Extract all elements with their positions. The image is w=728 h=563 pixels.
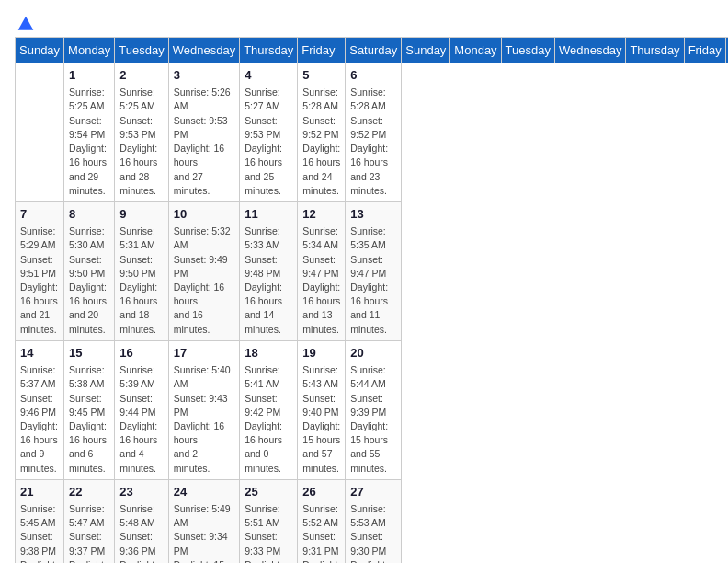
day-number: 25 bbox=[245, 484, 292, 500]
day-number: 2 bbox=[119, 67, 163, 84]
col-header-wednesday: Wednesday bbox=[555, 38, 626, 63]
calendar-cell: 13Sunrise: 5:35 AM Sunset: 9:47 PM Dayli… bbox=[346, 201, 402, 340]
day-info: Sunrise: 5:35 AM Sunset: 9:47 PM Dayligh… bbox=[350, 224, 396, 337]
day-number: 7 bbox=[20, 206, 59, 223]
calendar-cell: 18Sunrise: 5:41 AM Sunset: 9:42 PM Dayli… bbox=[240, 340, 298, 479]
logo-icon bbox=[17, 15, 35, 33]
day-info: Sunrise: 5:53 AM Sunset: 9:30 PM Dayligh… bbox=[350, 502, 396, 563]
day-number: 3 bbox=[174, 67, 234, 84]
day-info: Sunrise: 5:28 AM Sunset: 9:52 PM Dayligh… bbox=[350, 86, 396, 198]
day-number: 19 bbox=[302, 345, 340, 362]
calendar-cell: 26Sunrise: 5:52 AM Sunset: 9:31 PM Dayli… bbox=[298, 479, 346, 563]
day-info: Sunrise: 5:51 AM Sunset: 9:33 PM Dayligh… bbox=[245, 502, 292, 563]
calendar-cell: 12Sunrise: 5:34 AM Sunset: 9:47 PM Dayli… bbox=[298, 201, 346, 340]
day-info: Sunrise: 5:29 AM Sunset: 9:51 PM Dayligh… bbox=[20, 224, 59, 337]
calendar-cell: 6Sunrise: 5:28 AM Sunset: 9:52 PM Daylig… bbox=[346, 63, 402, 202]
calendar-table: SundayMondayTuesdayWednesdayThursdayFrid… bbox=[15, 37, 728, 563]
calendar-cell: 11Sunrise: 5:33 AM Sunset: 9:48 PM Dayli… bbox=[240, 201, 298, 340]
day-number: 11 bbox=[245, 206, 292, 223]
calendar-cell: 9Sunrise: 5:31 AM Sunset: 9:50 PM Daylig… bbox=[115, 201, 168, 340]
day-number: 16 bbox=[119, 345, 163, 362]
calendar-cell: 2Sunrise: 5:25 AM Sunset: 9:53 PM Daylig… bbox=[115, 63, 168, 202]
col-header-friday: Friday bbox=[684, 38, 725, 63]
col-header-thursday: Thursday bbox=[626, 38, 684, 63]
day-info: Sunrise: 5:37 AM Sunset: 9:46 PM Dayligh… bbox=[20, 363, 59, 476]
col-header-wednesday: Wednesday bbox=[168, 38, 239, 63]
calendar-cell bbox=[16, 63, 64, 202]
col-header-tuesday: Tuesday bbox=[115, 38, 168, 63]
day-number: 27 bbox=[350, 484, 396, 500]
calendar-cell: 25Sunrise: 5:51 AM Sunset: 9:33 PM Dayli… bbox=[240, 479, 298, 563]
col-header-sunday: Sunday bbox=[402, 38, 450, 63]
week-row-2: 7Sunrise: 5:29 AM Sunset: 9:51 PM Daylig… bbox=[16, 201, 729, 340]
col-header-friday: Friday bbox=[298, 38, 346, 63]
day-info: Sunrise: 5:52 AM Sunset: 9:31 PM Dayligh… bbox=[302, 502, 340, 563]
day-info: Sunrise: 5:33 AM Sunset: 9:48 PM Dayligh… bbox=[245, 224, 292, 337]
col-header-monday: Monday bbox=[64, 38, 115, 63]
calendar-cell: 1Sunrise: 5:25 AM Sunset: 9:54 PM Daylig… bbox=[64, 63, 115, 202]
calendar-cell: 3Sunrise: 5:26 AM Sunset: 9:53 PM Daylig… bbox=[168, 63, 239, 202]
calendar-cell: 21Sunrise: 5:45 AM Sunset: 9:38 PM Dayli… bbox=[16, 479, 64, 563]
calendar-cell: 17Sunrise: 5:40 AM Sunset: 9:43 PM Dayli… bbox=[168, 340, 239, 479]
col-header-thursday: Thursday bbox=[240, 38, 298, 63]
day-number: 26 bbox=[302, 484, 340, 500]
calendar-cell: 20Sunrise: 5:44 AM Sunset: 9:39 PM Dayli… bbox=[346, 340, 402, 479]
day-number: 10 bbox=[174, 206, 234, 223]
calendar-cell: 15Sunrise: 5:38 AM Sunset: 9:45 PM Dayli… bbox=[64, 340, 115, 479]
day-info: Sunrise: 5:39 AM Sunset: 9:44 PM Dayligh… bbox=[119, 363, 163, 476]
calendar-cell: 16Sunrise: 5:39 AM Sunset: 9:44 PM Dayli… bbox=[115, 340, 168, 479]
day-info: Sunrise: 5:38 AM Sunset: 9:45 PM Dayligh… bbox=[69, 363, 109, 476]
calendar-cell: 22Sunrise: 5:47 AM Sunset: 9:37 PM Dayli… bbox=[64, 479, 115, 563]
day-info: Sunrise: 5:48 AM Sunset: 9:36 PM Dayligh… bbox=[119, 502, 163, 563]
day-number: 20 bbox=[350, 345, 396, 362]
day-info: Sunrise: 5:41 AM Sunset: 9:42 PM Dayligh… bbox=[245, 363, 292, 476]
day-number: 9 bbox=[119, 206, 163, 223]
col-header-tuesday: Tuesday bbox=[501, 38, 554, 63]
calendar-cell: 27Sunrise: 5:53 AM Sunset: 9:30 PM Dayli… bbox=[346, 479, 402, 563]
day-number: 6 bbox=[350, 67, 396, 84]
day-number: 24 bbox=[174, 484, 234, 500]
col-header-sunday: Sunday bbox=[16, 38, 64, 63]
day-info: Sunrise: 5:45 AM Sunset: 9:38 PM Dayligh… bbox=[20, 502, 59, 563]
day-info: Sunrise: 5:30 AM Sunset: 9:50 PM Dayligh… bbox=[69, 224, 109, 337]
day-info: Sunrise: 5:44 AM Sunset: 9:39 PM Dayligh… bbox=[350, 363, 396, 476]
calendar-cell: 19Sunrise: 5:43 AM Sunset: 9:40 PM Dayli… bbox=[298, 340, 346, 479]
calendar-cell: 7Sunrise: 5:29 AM Sunset: 9:51 PM Daylig… bbox=[16, 201, 64, 340]
day-number: 15 bbox=[69, 345, 109, 362]
col-header-monday: Monday bbox=[450, 38, 501, 63]
calendar-cell: 8Sunrise: 5:30 AM Sunset: 9:50 PM Daylig… bbox=[64, 201, 115, 340]
week-row-3: 14Sunrise: 5:37 AM Sunset: 9:46 PM Dayli… bbox=[16, 340, 729, 479]
day-info: Sunrise: 5:27 AM Sunset: 9:53 PM Dayligh… bbox=[245, 86, 292, 198]
day-number: 21 bbox=[20, 484, 59, 500]
day-info: Sunrise: 5:47 AM Sunset: 9:37 PM Dayligh… bbox=[69, 502, 109, 563]
day-info: Sunrise: 5:40 AM Sunset: 9:43 PM Dayligh… bbox=[174, 363, 234, 476]
day-info: Sunrise: 5:32 AM Sunset: 9:49 PM Dayligh… bbox=[174, 224, 234, 337]
week-row-1: 1Sunrise: 5:25 AM Sunset: 9:54 PM Daylig… bbox=[16, 63, 729, 202]
calendar-cell: 23Sunrise: 5:48 AM Sunset: 9:36 PM Dayli… bbox=[115, 479, 168, 563]
day-number: 13 bbox=[350, 206, 396, 223]
day-info: Sunrise: 5:26 AM Sunset: 9:53 PM Dayligh… bbox=[174, 86, 234, 198]
svg-marker-0 bbox=[18, 17, 34, 30]
calendar-cell: 4Sunrise: 5:27 AM Sunset: 9:53 PM Daylig… bbox=[240, 63, 298, 202]
day-number: 1 bbox=[69, 67, 109, 84]
calendar-cell: 10Sunrise: 5:32 AM Sunset: 9:49 PM Dayli… bbox=[168, 201, 239, 340]
day-info: Sunrise: 5:34 AM Sunset: 9:47 PM Dayligh… bbox=[302, 224, 340, 337]
day-info: Sunrise: 5:25 AM Sunset: 9:54 PM Dayligh… bbox=[69, 86, 109, 198]
page-header bbox=[15, 15, 713, 29]
day-number: 4 bbox=[245, 67, 292, 84]
day-number: 5 bbox=[302, 67, 340, 84]
day-number: 23 bbox=[119, 484, 163, 500]
col-header-saturday: Saturday bbox=[346, 38, 402, 63]
day-info: Sunrise: 5:25 AM Sunset: 9:53 PM Dayligh… bbox=[119, 86, 163, 198]
day-number: 8 bbox=[69, 206, 109, 223]
day-number: 17 bbox=[174, 345, 234, 362]
day-number: 14 bbox=[20, 345, 59, 362]
day-info: Sunrise: 5:49 AM Sunset: 9:34 PM Dayligh… bbox=[174, 502, 234, 563]
logo bbox=[15, 15, 35, 29]
calendar-cell: 5Sunrise: 5:28 AM Sunset: 9:52 PM Daylig… bbox=[298, 63, 346, 202]
day-number: 22 bbox=[69, 484, 109, 500]
day-info: Sunrise: 5:43 AM Sunset: 9:40 PM Dayligh… bbox=[302, 363, 340, 476]
day-number: 18 bbox=[245, 345, 292, 362]
day-info: Sunrise: 5:31 AM Sunset: 9:50 PM Dayligh… bbox=[119, 224, 163, 337]
day-number: 12 bbox=[302, 206, 340, 223]
